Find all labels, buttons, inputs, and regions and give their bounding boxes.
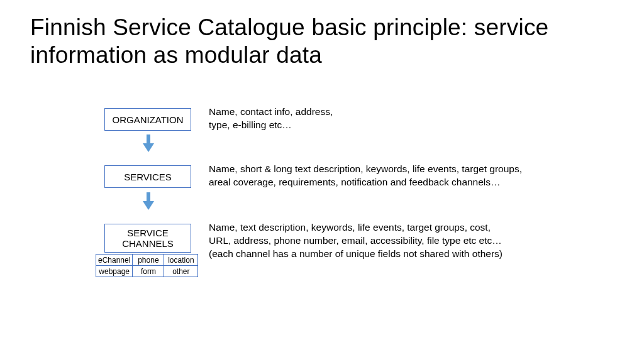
desc-organization: Name, contact info, address, type, e-bil… (209, 106, 586, 132)
svg-rect-2 (147, 192, 150, 201)
box-service-channels-label: SERVICE CHANNELS (122, 228, 174, 250)
svg-marker-3 (143, 201, 154, 210)
desc-service-channels: Name, text description, keywords, life e… (209, 221, 611, 261)
arrow-down-2 (143, 192, 154, 210)
box-services: SERVICES (104, 165, 191, 188)
grid-cell: phone (133, 255, 164, 266)
slide-title: Finnish Service Catalogue basic principl… (30, 14, 644, 70)
box-services-label: SERVICES (124, 172, 172, 182)
grid-cell: eChannel (96, 255, 133, 266)
channel-grid: eChannel phone location webpage form oth… (96, 254, 198, 277)
box-organization-label: ORGANIZATION (112, 114, 183, 125)
grid-cell: form (133, 266, 164, 277)
box-service-channels: SERVICE CHANNELS (104, 224, 191, 253)
grid-cell: webpage (96, 266, 133, 277)
svg-marker-1 (143, 143, 154, 152)
arrow-down-1 (143, 134, 154, 152)
desc-services: Name, short & long text description, key… (209, 163, 611, 189)
box-organization: ORGANIZATION (104, 108, 191, 131)
svg-rect-0 (147, 134, 150, 143)
grid-cell: location (164, 255, 198, 266)
grid-cell: other (164, 266, 198, 277)
